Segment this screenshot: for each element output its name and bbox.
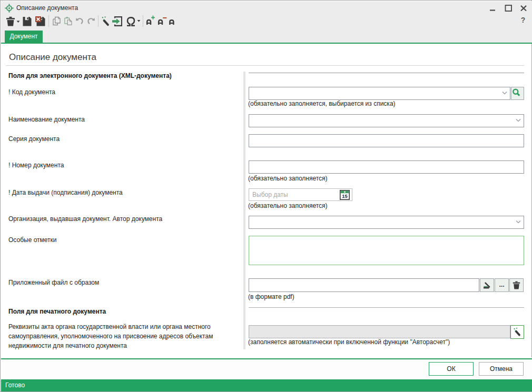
svg-text:15: 15 xyxy=(342,193,348,199)
